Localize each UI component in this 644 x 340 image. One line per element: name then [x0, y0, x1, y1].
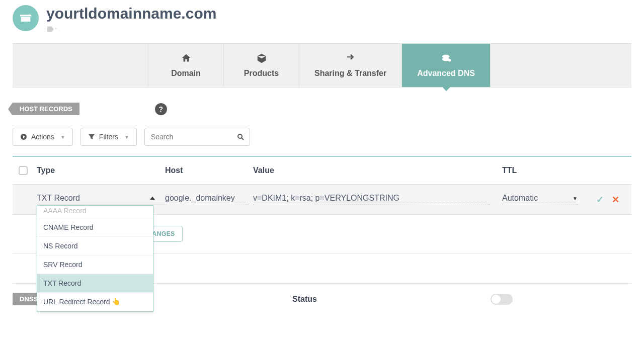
server-icon [441, 53, 452, 64]
confirm-icon[interactable]: ✓ [596, 194, 604, 205]
ttl-select[interactable]: Automatic ▼ [502, 194, 578, 205]
dropdown-item-ns[interactable]: NS Record [37, 237, 153, 256]
type-dropdown: AAAA Record CNAME Record NS Record SRV R… [37, 205, 153, 312]
tab-domain[interactable]: Domain [148, 44, 224, 87]
dnssec-tag: DNSS [13, 293, 38, 305]
search-input[interactable] [144, 128, 250, 146]
tab-label: Advanced DNS [417, 69, 475, 78]
tab-products[interactable]: Products [224, 44, 299, 87]
actions-label: Actions [31, 133, 54, 141]
actions-button[interactable]: Actions ▼ [13, 128, 73, 146]
tab-sharing-transfer[interactable]: Sharing & Transfer [299, 44, 402, 87]
ttl-cell-wrapper: Automatic ▼ [502, 194, 583, 205]
help-icon[interactable]: ? [155, 103, 167, 115]
filters-button[interactable]: Filters ▼ [80, 128, 137, 146]
domain-store-icon [13, 5, 39, 31]
caret-down-icon: ▼ [60, 134, 65, 140]
column-host: Host [165, 166, 253, 175]
transfer-icon [345, 53, 356, 64]
caret-down-icon: ▼ [573, 196, 578, 201]
table-row: TXT Record AAAA Record CNAME Record NS R… [13, 185, 631, 214]
section-header-row: HOST RECORDS ? [13, 103, 631, 115]
column-type: Type [37, 166, 165, 175]
svg-point-3 [448, 59, 451, 62]
cancel-icon[interactable]: ✕ [612, 194, 619, 205]
host-records-tag: HOST RECORDS [13, 103, 79, 115]
status-label: Status [292, 295, 317, 304]
svg-text:+: + [55, 26, 57, 31]
tab-label: Sharing & Transfer [314, 69, 386, 78]
funnel-icon [88, 133, 95, 140]
type-value: TXT Record [37, 194, 80, 203]
row-actions: ✓ ✕ [583, 194, 633, 205]
value-cell[interactable]: v=DKIM1; k=rsa; p=VERYLONGSTRING [253, 194, 502, 205]
domain-title-group: yourtldomainname.com + [46, 5, 216, 33]
dropdown-item-srv[interactable]: SRV Record [37, 256, 153, 274]
box-icon [256, 53, 267, 64]
table-header: Type Host Value TTL [13, 157, 631, 185]
triangle-up-icon [150, 197, 155, 200]
value-text: v=DKIM1; k=rsa; p=VERYLONGSTRING [253, 194, 490, 205]
tabs-bar: Domain Products Sharing & Transfer Advan… [13, 43, 631, 88]
column-value: Value [253, 166, 502, 175]
search-icon[interactable] [237, 133, 244, 140]
column-ttl: TTL [502, 166, 583, 175]
domain-name-title: yourtldomainname.com [46, 5, 216, 22]
type-cell: TXT Record AAAA Record CNAME Record NS R… [37, 194, 165, 205]
host-value: google._domainkey [165, 194, 249, 205]
dropdown-item-cname[interactable]: CNAME Record [37, 218, 153, 237]
dnssec-toggle[interactable] [491, 294, 513, 305]
records-table: Type Host Value TTL TXT Record AAAA Reco… [13, 157, 631, 314]
tab-advanced-dns[interactable]: Advanced DNS [402, 44, 491, 87]
cursor-icon: 👆 [112, 297, 120, 305]
tabs-spacer [13, 44, 148, 87]
page-header: yourtldomainname.com + [13, 5, 631, 33]
tab-label: Domain [171, 69, 201, 78]
select-all-cell [13, 166, 37, 175]
type-select[interactable]: TXT Record [37, 194, 165, 205]
search-box [144, 128, 250, 146]
svg-point-5 [238, 134, 242, 138]
dropdown-item-url-redirect[interactable]: URL Redirect Record [37, 293, 153, 311]
select-all-checkbox[interactable] [19, 166, 28, 175]
play-circle-icon [20, 133, 27, 140]
host-cell[interactable]: google._domainkey [165, 194, 253, 205]
home-icon [181, 53, 192, 64]
ttl-value: Automatic [502, 194, 538, 203]
filters-label: Filters [99, 133, 118, 141]
tab-label: Products [244, 69, 279, 78]
dropdown-item-aaaa[interactable]: AAAA Record [37, 206, 153, 218]
toolbar: Actions ▼ Filters ▼ [13, 128, 631, 146]
tag-add-icon[interactable]: + [46, 25, 57, 33]
caret-down-icon: ▼ [124, 134, 129, 140]
dropdown-item-txt[interactable]: TXT Record 👆 [37, 274, 153, 293]
